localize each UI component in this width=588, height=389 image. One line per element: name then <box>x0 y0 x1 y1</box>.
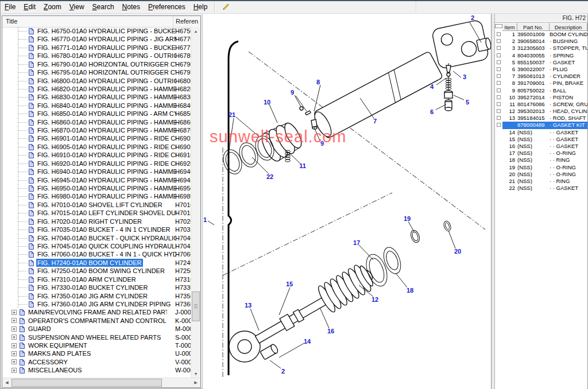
scroll-right-arrow-icon[interactable]: ▶ <box>191 378 200 387</box>
tree-item[interactable]: FIG. H7035-01A0 BUCKET - 4 IN 1 CYLINDER… <box>2 225 191 234</box>
part-callout-2[interactable]: 2 <box>281 368 285 375</box>
parts-row[interactable]: 16(NSS)· · GASKET <box>495 143 587 150</box>
tree-item[interactable]: FIG. H6850-01A0 HYDRAULIC PIPING - ARM C… <box>2 110 191 118</box>
tree-item[interactable]: +ACCESSORYV-000 <box>2 358 191 366</box>
tree-item[interactable]: FIG. H6770-01A0 HYDRAULIC PIPING - JIG A… <box>2 35 191 43</box>
tree-horizontal-scrollbar[interactable]: ◀ ▶ <box>2 378 200 387</box>
parts-row[interactable]: 17(NSS)· · O-RING <box>495 150 587 157</box>
tree-item[interactable]: FIG. H6870-01A0 HYDRAULIC PIPING - HAMME… <box>2 126 191 134</box>
parts-row[interactable]: 12395302013· HEAD, CYLIND <box>495 108 587 115</box>
tree-item[interactable]: FIG. H7360-01A0 JIG ARM CYLINDER PIPINGH… <box>2 300 191 308</box>
menu-edit[interactable]: Edit <box>20 2 40 13</box>
tree-item[interactable]: FIG. H6750-01A0 HYDRAULIC PIPING - BUCKE… <box>2 27 191 35</box>
parts-row[interactable]: 6390022007· PLUG <box>495 66 587 73</box>
part-callout-16[interactable]: 16 <box>327 328 334 334</box>
tree-item[interactable]: FIG. H6780-01A0 HYDRAULIC PIPING - OUTRI… <box>2 52 191 60</box>
part-callout-9[interactable]: 9 <box>291 89 294 96</box>
part-callout-2[interactable]: 2 <box>471 14 474 21</box>
annotate-tool-button[interactable] <box>218 2 234 13</box>
expand-plus-icon[interactable]: + <box>11 351 17 356</box>
part-callout-20[interactable]: 20 <box>454 248 461 255</box>
menu-preferences[interactable]: Preferences <box>144 2 189 13</box>
checkbox[interactable] <box>497 39 501 43</box>
parts-row[interactable]: 14(NSS)· · GASKET <box>495 129 587 136</box>
tree-item[interactable]: +MARKS AND PLATESU-000 <box>2 349 191 357</box>
checkbox[interactable] <box>497 53 501 57</box>
parts-row[interactable]: 18(NSS)· · RING <box>495 157 587 164</box>
tree-item[interactable]: FIG. H7045-01A0 QUICK COUPLING HYDRAULIC… <box>2 242 191 250</box>
column-part-no[interactable]: Part No. <box>517 23 550 31</box>
tree-item[interactable]: FIG. H7015-01A0 LEFT CYLINDER SHOVEL DUM… <box>2 209 191 217</box>
tree-item[interactable]: FIG. H6771-01A0 HYDRAULIC PIPING - BUCKE… <box>2 44 191 52</box>
tree-item[interactable]: FIG. H7040-01A0 BUCKET - QUICK HYDRAULIC… <box>2 234 191 242</box>
part-callout-13[interactable]: 13 <box>245 302 252 309</box>
checkbox[interactable] <box>497 74 501 78</box>
part-callout-10[interactable]: 10 <box>264 99 270 106</box>
tree-item[interactable]: +SUSPENSION AND WHEEL RELATED PARTSS-000 <box>2 333 191 341</box>
scroll-left-arrow-icon[interactable]: ◀ <box>2 378 11 387</box>
checkbox[interactable] <box>497 81 501 85</box>
scroll-down-arrow-icon[interactable]: ▼ <box>191 369 200 378</box>
tree-item[interactable]: +GUARDM-000 <box>2 325 191 333</box>
tree-item[interactable]: FIG. H7310-01A0 ARM CYLINDERH7310 <box>2 275 191 283</box>
tree-hscroll-thumb[interactable] <box>11 379 162 387</box>
tree-item[interactable]: +MISCELLANEOUSW-000 <box>2 366 191 374</box>
parts-row[interactable]: 20(NSS)· · O-RING <box>495 171 587 178</box>
panel-splitter[interactable] <box>491 14 495 389</box>
part-callout-19[interactable]: 19 <box>404 215 411 222</box>
part-callout-15[interactable]: 15 <box>286 281 293 287</box>
tree-item[interactable]: FIG. H6860-01A0 HYDRAULIC PIPING - HAMME… <box>2 118 191 126</box>
expand-plus-icon[interactable]: + <box>11 368 17 373</box>
menu-search[interactable]: Search <box>88 2 118 13</box>
parts-row[interactable]: 878000489· GASKET KIT <box>495 122 587 129</box>
part-callout-12[interactable]: 12 <box>372 296 378 303</box>
tree-item[interactable]: FIG. H6945-01A0 HYDRAULIC PIPING - HAMME… <box>2 176 191 184</box>
expand-plus-icon[interactable]: + <box>11 310 17 315</box>
tree-item[interactable]: FIG. H6940-01A0 HYDRAULIC PIPING - HAMME… <box>2 168 191 176</box>
tree-item[interactable]: FIG. H6820-01A0 HYDRAULIC PIPING - HAMME… <box>2 85 191 93</box>
checkbox[interactable] <box>497 116 501 120</box>
part-callout-9[interactable]: 9 <box>320 140 324 147</box>
tree-item[interactable]: FIG. H6980-01A0 HYDRAULIC PIPING - HAMME… <box>2 192 191 200</box>
expand-plus-icon[interactable]: + <box>11 326 17 332</box>
part-callout-17[interactable]: 17 <box>353 239 360 246</box>
tree-item[interactable]: FIG. H6901-01A0 HYDRAULIC PIPING - RIDE … <box>2 134 191 142</box>
tree-item[interactable]: FIG. H6910-01A0 HYDRAULIC PIPING - RIDE … <box>2 151 191 159</box>
parts-row[interactable]: 13395184015· ROD, SHAFT <box>495 115 587 122</box>
part-callout-1[interactable]: 1 <box>203 216 207 223</box>
tree-item[interactable]: +OPERATOR'S COMPARTMENT AND CONTROL SYST… <box>2 317 191 325</box>
part-callout-3[interactable]: 3 <box>463 73 466 80</box>
tree-item[interactable]: FIG. H6950-01A0 HYDRAULIC PIPING - HAMME… <box>2 184 191 192</box>
part-callout-18[interactable]: 18 <box>407 287 413 294</box>
column-description[interactable]: Description <box>550 23 587 31</box>
tree-item[interactable]: FIG. H7240-01A0 BOOM CYLINDERH7240 <box>2 259 191 267</box>
menu-help[interactable]: Help <box>189 2 212 13</box>
tree-item[interactable]: +MAIN/REVOLVING FRAME AND RELATED PARTSJ… <box>2 308 191 316</box>
part-callout-8[interactable]: 8 <box>316 79 320 85</box>
part-callout-7[interactable]: 7 <box>373 118 377 125</box>
tree-item[interactable]: FIG. H7350-01A0 JIG ARM CYLINDERH7350 <box>2 292 191 300</box>
column-title[interactable]: Title <box>2 16 173 27</box>
tree-item[interactable]: FIG. H7250-01A0 BOOM SWING CYLINDERH7250 <box>2 267 191 275</box>
expand-plus-icon[interactable]: + <box>11 334 17 340</box>
part-callout-11[interactable]: 11 <box>299 162 306 169</box>
checkbox[interactable] <box>497 67 501 71</box>
parts-row[interactable]: 21(NSS)· · RING <box>495 178 587 185</box>
parts-row[interactable]: 8391709001· PIN, BRAKE <box>495 80 587 87</box>
parts-row[interactable]: 2390658014· BUSHING <box>495 38 587 45</box>
expand-plus-icon[interactable]: + <box>11 359 17 364</box>
parts-row[interactable]: 19(NSS)· · O-RING <box>495 164 587 171</box>
parts-row[interactable]: 5855150037· GASKET <box>495 59 587 66</box>
menu-file[interactable]: File <box>1 2 20 13</box>
tree-item[interactable]: FIG. H7010-01A0 SHOVEL LIFT CYLINDERH701… <box>2 201 191 209</box>
checkbox[interactable] <box>497 102 501 106</box>
tree-item[interactable]: FIG. H7060-01A0 BUCKET - 4 IN 1 - QUICK … <box>2 250 191 258</box>
parts-row[interactable]: 10395272014· PISTON <box>495 94 587 101</box>
parts-row[interactable]: 1395001009BOOM CYLINDER <box>495 31 587 38</box>
part-callout-14[interactable]: 14 <box>304 338 311 345</box>
checkbox[interactable] <box>497 32 501 36</box>
tree-item[interactable]: FIG. H6830-01A0 HYDRAULIC PIPING - HAMME… <box>2 93 191 101</box>
checkbox[interactable] <box>497 88 501 92</box>
parts-row[interactable]: 22(NSS)· · GASKET <box>495 185 587 192</box>
tree-item[interactable]: FIG. H6790-01A0 HORIZONTAL OUTRIGGER CYL… <box>2 60 191 68</box>
